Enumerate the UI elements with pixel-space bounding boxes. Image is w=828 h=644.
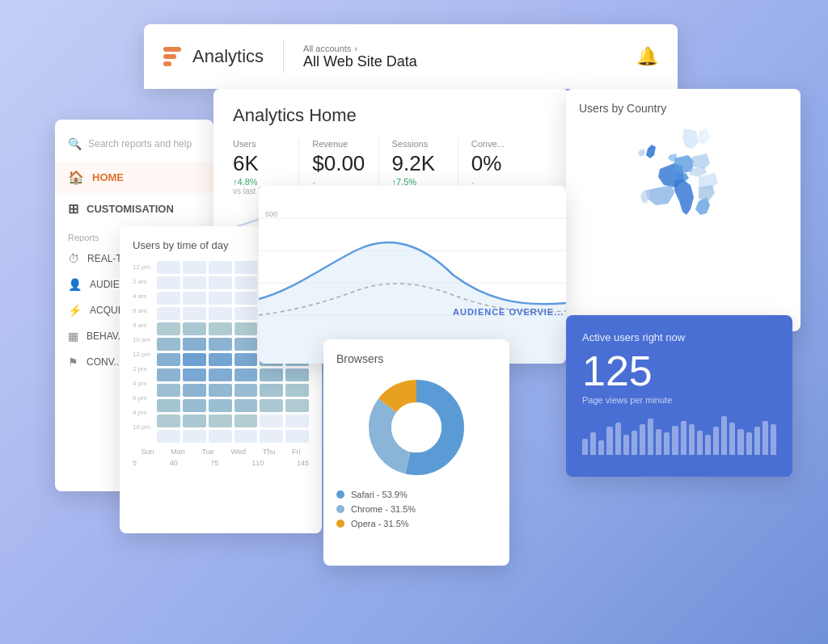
heatmap-cell [260, 384, 283, 397]
conversions-icon: ⚑ [68, 356, 78, 368]
heatmap-cell [285, 368, 309, 381]
mini-bar [615, 423, 621, 455]
heatmap-cell [157, 307, 180, 320]
mini-bar [623, 435, 629, 455]
svg-text:500: 500 [265, 210, 277, 218]
heatmap-cell [183, 399, 206, 412]
audience-icon: 👤 [68, 278, 82, 291]
metric-conversions-value: 0% [471, 152, 524, 175]
heatmap-cell [157, 322, 180, 335]
mini-bar [672, 426, 678, 455]
header-card: Analytics All accounts › All Web Site Da… [144, 24, 678, 89]
heatmap-cell [183, 415, 206, 427]
app-title: Analytics [192, 46, 264, 67]
mini-bar [746, 432, 752, 455]
legend-chrome-dot [336, 505, 344, 513]
heatmap-cell [157, 338, 180, 351]
donut-chart [336, 375, 496, 480]
home-icon: 🏠 [68, 170, 84, 185]
heatmap-cell [157, 261, 180, 274]
mini-bars [582, 415, 776, 455]
mini-bar [656, 429, 661, 455]
realtime-icon: ⏱ [68, 252, 79, 265]
heatmap-cell [209, 261, 232, 274]
heatmap-cell [183, 322, 206, 335]
search-placeholder: Search reports and help [88, 138, 192, 149]
mini-bar [705, 435, 711, 455]
heatmap-cell [157, 415, 180, 427]
heatmap-time-labels: 12 pm 2 am 4 am 6 am 8 am 10 am 12 pm 2 … [133, 261, 150, 443]
logo-bar-2 [163, 54, 176, 59]
active-users-sub: Page views per minute [582, 395, 776, 405]
mini-bar [697, 431, 703, 455]
metric-users-label: Users [233, 139, 285, 149]
metric-sessions-change: ↑7.5% [392, 177, 445, 187]
active-users-card: Active users right now 125 Page views pe… [566, 315, 792, 477]
donut-legend: Safari - 53.9% Chrome - 31.5% Opera - 31… [336, 490, 496, 528]
svg-point-11 [391, 402, 441, 452]
heatmap-cell [183, 353, 206, 366]
logo-bar-1 [163, 47, 181, 52]
header-divider [283, 40, 284, 73]
heatmap-cell [157, 368, 180, 381]
heatmap-cell [157, 430, 180, 443]
mini-bar [771, 424, 776, 455]
heatmap-cell [183, 276, 206, 289]
heatmap-cell [260, 368, 283, 381]
mini-bar [721, 416, 727, 455]
analytics-home-title: Analytics Home [233, 105, 550, 126]
legend-opera-dot [336, 520, 344, 528]
donut-card: Browsers Safari - 53.9% Chrome - 31.5% O… [323, 339, 509, 566]
metric-revenue-label: Revenue [312, 139, 365, 149]
mini-bar [640, 424, 645, 455]
behavior-icon: ▦ [68, 330, 78, 343]
mini-bar [632, 431, 637, 455]
legend-opera-label: Opera - 31.5% [351, 519, 409, 528]
heatmap-cell [157, 384, 180, 397]
heatmap-cell [285, 415, 309, 427]
mini-bar [763, 421, 768, 455]
active-users-count: 125 [582, 350, 776, 392]
heatmap-cell [260, 399, 283, 412]
heatmap-cell [209, 322, 232, 335]
heatmap-cell [234, 307, 258, 320]
heatmap-cell [234, 292, 258, 305]
metric-revenue-change: - [312, 177, 365, 187]
metric-conversions-label: Conve... [471, 139, 524, 149]
breadcrumb: All accounts › All Web Site Data [303, 44, 417, 70]
heatmap-cell [234, 261, 258, 274]
metric-sessions-value: 9.2K [392, 152, 445, 175]
legend-safari-label: Safari - 53.9% [351, 490, 408, 499]
map-container [579, 124, 788, 302]
legend-opera: Opera - 31.5% [336, 519, 496, 528]
bell-icon[interactable]: 🔔 [636, 46, 658, 67]
heatmap-cell [183, 384, 206, 397]
breadcrumb-main: All Web Site Data [303, 53, 417, 70]
mini-bar [590, 432, 596, 455]
mini-bar [664, 432, 670, 455]
mini-bar [681, 421, 686, 455]
heatmap-cell [260, 430, 283, 443]
acquisition-icon: ⚡ [68, 304, 82, 317]
heatmap-cell [285, 430, 309, 443]
sidebar-item-home[interactable]: 🏠 HOME [55, 162, 213, 193]
metric-conversions-change: - [471, 177, 524, 187]
legend-chrome-label: Chrome - 31.5% [351, 504, 416, 514]
sidebar-item-home-label: HOME [92, 171, 124, 183]
linechart-inner: 19 22 23 500 [259, 186, 566, 364]
sidebar-search[interactable]: 🔍 Search reports and help [55, 133, 213, 155]
audience-overview-label: AUDIENCE OVERVIE... [453, 307, 564, 317]
legend-safari: Safari - 53.9% [336, 490, 496, 499]
heatmap-cell [183, 338, 206, 351]
sidebar-item-customisation[interactable]: ⊞ CUSTOMISATION [55, 193, 213, 225]
mini-bar [598, 440, 604, 455]
heatmap-cell [234, 276, 258, 289]
mini-bar [648, 419, 653, 455]
mini-bar [689, 424, 695, 455]
metric-users-value: 6K [233, 152, 285, 175]
heatmap-cell [234, 415, 258, 427]
europe-map [579, 124, 789, 286]
donut-title: Browsers [336, 352, 496, 365]
country-card: Users by Country [566, 89, 801, 331]
legend-chrome: Chrome - 31.5% [336, 504, 496, 514]
